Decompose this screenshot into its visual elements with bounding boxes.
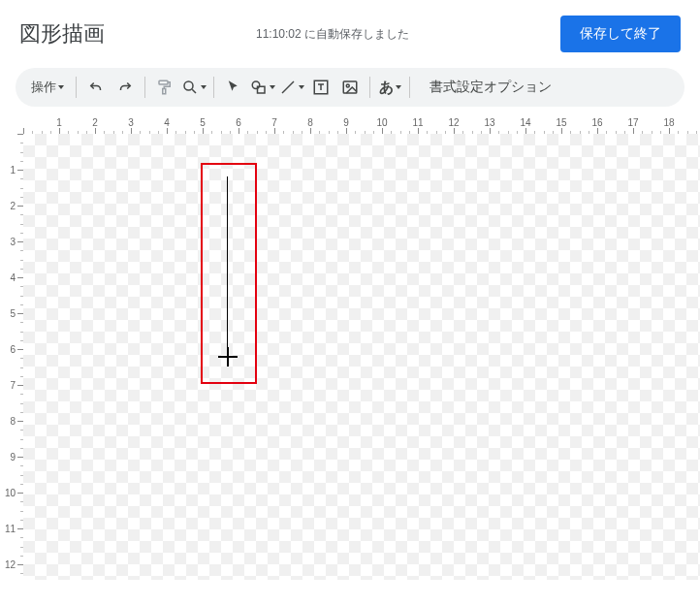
ruler-h-label: 12 bbox=[448, 117, 459, 128]
ruler-v-label: 11 bbox=[5, 524, 16, 534]
ruler-horizontal[interactable]: 12345678910111213141516171819 bbox=[23, 114, 700, 134]
ruler-vertical[interactable]: 1234567891011121314 bbox=[4, 134, 23, 580]
text-style-glyph: あ bbox=[379, 79, 394, 97]
ruler-v-label: 6 bbox=[10, 344, 16, 355]
actions-menu-label: 操作 bbox=[31, 79, 56, 96]
ruler-v-label: 4 bbox=[10, 272, 16, 283]
ruler-h-label: 17 bbox=[627, 117, 638, 128]
ruler-v-label: 3 bbox=[10, 237, 16, 247]
ruler-v-label: 2 bbox=[10, 201, 16, 211]
toolbar: 操作 あ bbox=[16, 68, 684, 107]
paint-format-button[interactable] bbox=[151, 74, 178, 101]
ruler-h-label: 10 bbox=[376, 117, 387, 128]
svg-rect-8 bbox=[343, 81, 357, 93]
editor: 12345678910111213141516171819 1234567891… bbox=[4, 114, 700, 580]
ruler-h-label: 2 bbox=[92, 117, 98, 128]
toolbar-divider bbox=[369, 77, 370, 98]
format-options-button[interactable]: 書式設定オプション bbox=[416, 74, 565, 101]
textbox-icon bbox=[312, 79, 330, 96]
ruler-h-label: 15 bbox=[556, 117, 566, 128]
ruler-h-label: 13 bbox=[484, 117, 494, 128]
undo-button[interactable] bbox=[82, 74, 110, 101]
line-icon bbox=[279, 79, 297, 96]
ruler-h-label: 3 bbox=[128, 117, 134, 128]
shapes-icon bbox=[250, 79, 268, 96]
drawn-line[interactable] bbox=[227, 176, 228, 351]
canvas[interactable] bbox=[23, 134, 700, 580]
ruler-h-label: 16 bbox=[591, 117, 602, 128]
svg-point-4 bbox=[252, 81, 260, 89]
toolbar-divider bbox=[144, 77, 145, 98]
svg-line-3 bbox=[192, 89, 196, 93]
cursor-icon bbox=[225, 79, 242, 96]
ruler-h-label: 7 bbox=[271, 117, 277, 128]
svg-point-2 bbox=[184, 81, 193, 90]
ruler-v-label: 10 bbox=[5, 488, 16, 498]
textbox-tool[interactable] bbox=[307, 74, 334, 101]
line-menu[interactable] bbox=[278, 74, 305, 101]
ruler-v-label: 8 bbox=[10, 416, 16, 427]
ruler-h-label: 14 bbox=[520, 117, 530, 128]
image-tool[interactable] bbox=[336, 74, 364, 101]
shape-menu[interactable] bbox=[249, 74, 276, 101]
ruler-h-label: 6 bbox=[236, 117, 241, 128]
zoom-menu[interactable] bbox=[180, 74, 207, 101]
redo-button[interactable] bbox=[111, 74, 139, 101]
select-tool[interactable] bbox=[220, 74, 247, 101]
svg-line-6 bbox=[282, 81, 294, 93]
redo-icon bbox=[116, 79, 134, 96]
undo-icon bbox=[87, 79, 105, 96]
autosave-status: 11:10:02 に自動保存しました bbox=[105, 26, 560, 43]
toolbar-divider bbox=[409, 77, 410, 98]
zoom-icon bbox=[181, 79, 199, 96]
svg-rect-1 bbox=[163, 89, 166, 94]
ruler-h-label: 4 bbox=[164, 117, 170, 128]
toolbar-divider bbox=[76, 77, 77, 98]
ruler-v-label: 7 bbox=[10, 380, 16, 391]
ruler-h-label: 11 bbox=[412, 117, 423, 128]
toolbar-divider bbox=[213, 77, 214, 98]
ruler-h-label: 5 bbox=[200, 117, 206, 128]
paint-roller-icon bbox=[156, 79, 174, 96]
image-icon bbox=[341, 79, 359, 96]
svg-point-9 bbox=[346, 84, 349, 87]
ruler-h-label: 8 bbox=[307, 117, 313, 128]
ruler-v-label: 5 bbox=[10, 308, 16, 319]
checker-background bbox=[23, 134, 700, 580]
ruler-v-label: 1 bbox=[10, 165, 16, 175]
ruler-h-label: 18 bbox=[663, 117, 674, 128]
actions-menu[interactable]: 操作 bbox=[25, 74, 70, 101]
ruler-v-label: 12 bbox=[5, 559, 16, 570]
ruler-h-label: 1 bbox=[56, 117, 62, 128]
ruler-v-label: 9 bbox=[10, 452, 16, 462]
svg-rect-0 bbox=[159, 80, 168, 84]
save-and-close-button[interactable]: 保存して終了 bbox=[560, 16, 681, 52]
ruler-h-label: 9 bbox=[343, 117, 349, 128]
page-title: 図形描画 bbox=[19, 19, 105, 48]
text-style-menu[interactable]: あ bbox=[376, 74, 403, 101]
